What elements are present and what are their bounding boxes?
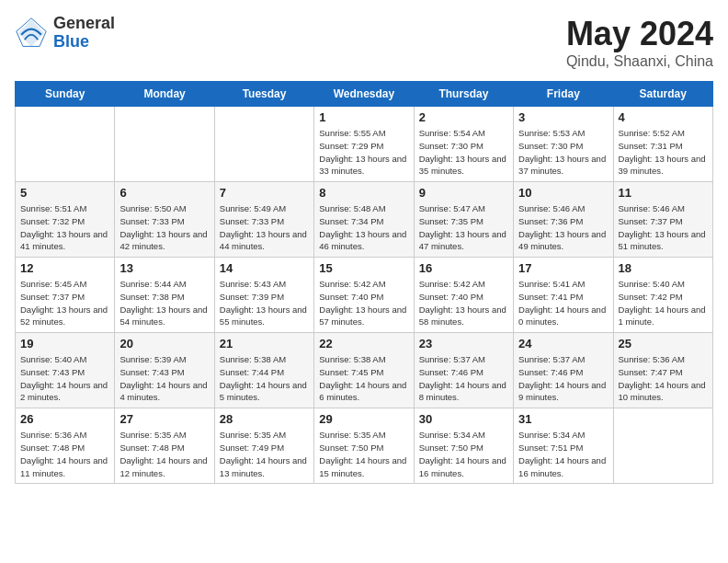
cell-info: Sunrise: 5:39 AMSunset: 7:43 PMDaylight:…: [119, 353, 209, 404]
calendar-cell: 8Sunrise: 5:48 AMSunset: 7:34 PMDaylight…: [314, 182, 414, 258]
logo-text: General Blue: [53, 15, 115, 52]
cell-info: Sunrise: 5:38 AMSunset: 7:45 PMDaylight:…: [319, 353, 408, 404]
day-number: 18: [619, 261, 708, 275]
calendar-cell: 28Sunrise: 5:35 AMSunset: 7:49 PMDayligh…: [214, 408, 313, 484]
cell-info: Sunrise: 5:48 AMSunset: 7:34 PMDaylight:…: [319, 202, 408, 253]
calendar-cell: 1Sunrise: 5:55 AMSunset: 7:29 PMDaylight…: [314, 107, 414, 182]
cell-info: Sunrise: 5:50 AMSunset: 7:33 PMDaylight:…: [119, 202, 209, 253]
cell-info: Sunrise: 5:51 AMSunset: 7:32 PMDaylight:…: [20, 202, 109, 253]
calendar-cell: 27Sunrise: 5:35 AMSunset: 7:48 PMDayligh…: [115, 408, 214, 484]
calendar-cell: 9Sunrise: 5:47 AMSunset: 7:35 PMDaylight…: [414, 182, 513, 258]
cell-info: Sunrise: 5:42 AMSunset: 7:40 PMDaylight:…: [319, 278, 408, 328]
day-number: 25: [619, 337, 708, 350]
calendar-cell: 22Sunrise: 5:38 AMSunset: 7:45 PMDayligh…: [314, 333, 414, 408]
weekday-header-thursday: Thursday: [414, 82, 513, 107]
calendar-cell: 14Sunrise: 5:43 AMSunset: 7:39 PMDayligh…: [214, 258, 313, 333]
calendar-cell: 21Sunrise: 5:38 AMSunset: 7:44 PMDayligh…: [214, 333, 313, 408]
calendar-cell: 20Sunrise: 5:39 AMSunset: 7:43 PMDayligh…: [115, 333, 214, 408]
cell-info: Sunrise: 5:55 AMSunset: 7:29 PMDaylight:…: [319, 127, 408, 178]
day-number: 15: [319, 261, 408, 275]
day-number: 27: [119, 412, 209, 426]
calendar-cell: 13Sunrise: 5:44 AMSunset: 7:38 PMDayligh…: [115, 258, 214, 333]
calendar-week-2: 5Sunrise: 5:51 AMSunset: 7:32 PMDaylight…: [16, 182, 713, 258]
weekday-header-tuesday: Tuesday: [214, 82, 313, 107]
calendar-week-4: 19Sunrise: 5:40 AMSunset: 7:43 PMDayligh…: [16, 333, 713, 408]
day-number: 1: [319, 110, 408, 124]
calendar-cell: [16, 107, 115, 182]
calendar-cell: 3Sunrise: 5:53 AMSunset: 7:30 PMDaylight…: [514, 107, 613, 182]
day-number: 16: [419, 261, 508, 275]
cell-info: Sunrise: 5:53 AMSunset: 7:30 PMDaylight:…: [518, 127, 608, 178]
cell-info: Sunrise: 5:54 AMSunset: 7:30 PMDaylight:…: [419, 127, 508, 178]
day-number: 11: [619, 186, 708, 200]
calendar-cell: 12Sunrise: 5:45 AMSunset: 7:37 PMDayligh…: [16, 258, 115, 333]
day-number: 10: [518, 186, 608, 200]
calendar-cell: 18Sunrise: 5:40 AMSunset: 7:42 PMDayligh…: [613, 258, 712, 333]
weekday-header-wednesday: Wednesday: [314, 82, 414, 107]
day-number: 14: [220, 261, 309, 275]
day-number: 5: [20, 186, 109, 200]
day-number: 3: [518, 110, 608, 124]
cell-info: Sunrise: 5:35 AMSunset: 7:50 PMDaylight:…: [319, 429, 408, 479]
page-header: General Blue May 2024 Qindu, Shaanxi, Ch…: [15, 15, 713, 70]
cell-info: Sunrise: 5:37 AMSunset: 7:46 PMDaylight:…: [419, 353, 508, 404]
day-number: 28: [220, 412, 309, 426]
day-number: 7: [220, 186, 309, 200]
calendar-week-1: 1Sunrise: 5:55 AMSunset: 7:29 PMDaylight…: [16, 107, 713, 182]
cell-info: Sunrise: 5:47 AMSunset: 7:35 PMDaylight:…: [419, 202, 508, 253]
calendar-cell: 16Sunrise: 5:42 AMSunset: 7:40 PMDayligh…: [414, 258, 513, 333]
calendar-cell: 30Sunrise: 5:34 AMSunset: 7:50 PMDayligh…: [414, 408, 513, 484]
weekday-header-sunday: Sunday: [16, 82, 115, 107]
day-number: 29: [319, 412, 408, 426]
calendar-cell: 17Sunrise: 5:41 AMSunset: 7:41 PMDayligh…: [514, 258, 613, 333]
day-number: 4: [619, 110, 708, 124]
cell-info: Sunrise: 5:43 AMSunset: 7:39 PMDaylight:…: [220, 278, 309, 328]
calendar-week-3: 12Sunrise: 5:45 AMSunset: 7:37 PMDayligh…: [16, 258, 713, 333]
day-number: 21: [220, 337, 309, 350]
day-number: 9: [419, 186, 508, 200]
cell-info: Sunrise: 5:46 AMSunset: 7:37 PMDaylight:…: [619, 202, 708, 253]
calendar-body: 1Sunrise: 5:55 AMSunset: 7:29 PMDaylight…: [16, 107, 713, 484]
day-number: 22: [319, 337, 408, 350]
cell-info: Sunrise: 5:34 AMSunset: 7:50 PMDaylight:…: [419, 429, 508, 479]
calendar-cell: 24Sunrise: 5:37 AMSunset: 7:46 PMDayligh…: [514, 333, 613, 408]
logo-general: General: [53, 15, 115, 33]
day-number: 6: [119, 186, 209, 200]
title-block: May 2024 Qindu, Shaanxi, China: [566, 15, 713, 70]
day-number: 31: [518, 412, 608, 426]
weekday-header-friday: Friday: [514, 82, 613, 107]
calendar-header: SundayMondayTuesdayWednesdayThursdayFrid…: [16, 82, 713, 107]
day-number: 19: [20, 337, 109, 350]
calendar-cell: [115, 107, 214, 182]
cell-info: Sunrise: 5:40 AMSunset: 7:43 PMDaylight:…: [20, 353, 109, 404]
calendar-cell: 4Sunrise: 5:52 AMSunset: 7:31 PMDaylight…: [613, 107, 712, 182]
day-number: 8: [319, 186, 408, 200]
calendar-cell: [613, 408, 712, 484]
day-number: 26: [20, 412, 109, 426]
cell-info: Sunrise: 5:34 AMSunset: 7:51 PMDaylight:…: [518, 429, 608, 479]
calendar-cell: 25Sunrise: 5:36 AMSunset: 7:47 PMDayligh…: [613, 333, 712, 408]
day-number: 30: [419, 412, 508, 426]
day-number: 2: [419, 110, 508, 124]
cell-info: Sunrise: 5:36 AMSunset: 7:48 PMDaylight:…: [20, 429, 109, 479]
calendar-cell: 29Sunrise: 5:35 AMSunset: 7:50 PMDayligh…: [314, 408, 414, 484]
cell-info: Sunrise: 5:40 AMSunset: 7:42 PMDaylight:…: [619, 278, 708, 328]
cell-info: Sunrise: 5:37 AMSunset: 7:46 PMDaylight:…: [518, 353, 608, 404]
day-number: 20: [119, 337, 209, 350]
day-number: 24: [518, 337, 608, 350]
weekday-header-saturday: Saturday: [613, 82, 712, 107]
calendar-week-5: 26Sunrise: 5:36 AMSunset: 7:48 PMDayligh…: [16, 408, 713, 484]
location-subtitle: Qindu, Shaanxi, China: [566, 53, 713, 70]
calendar-cell: 5Sunrise: 5:51 AMSunset: 7:32 PMDaylight…: [16, 182, 115, 258]
calendar-cell: 19Sunrise: 5:40 AMSunset: 7:43 PMDayligh…: [16, 333, 115, 408]
logo-blue: Blue: [53, 33, 115, 52]
cell-info: Sunrise: 5:35 AMSunset: 7:48 PMDaylight:…: [119, 429, 209, 479]
calendar-cell: 11Sunrise: 5:46 AMSunset: 7:37 PMDayligh…: [613, 182, 712, 258]
logo-icon: [15, 17, 48, 50]
cell-info: Sunrise: 5:52 AMSunset: 7:31 PMDaylight:…: [619, 127, 708, 178]
calendar-cell: 2Sunrise: 5:54 AMSunset: 7:30 PMDaylight…: [414, 107, 513, 182]
day-number: 17: [518, 261, 608, 275]
weekday-row: SundayMondayTuesdayWednesdayThursdayFrid…: [16, 82, 713, 107]
weekday-header-monday: Monday: [115, 82, 214, 107]
cell-info: Sunrise: 5:46 AMSunset: 7:36 PMDaylight:…: [518, 202, 608, 253]
